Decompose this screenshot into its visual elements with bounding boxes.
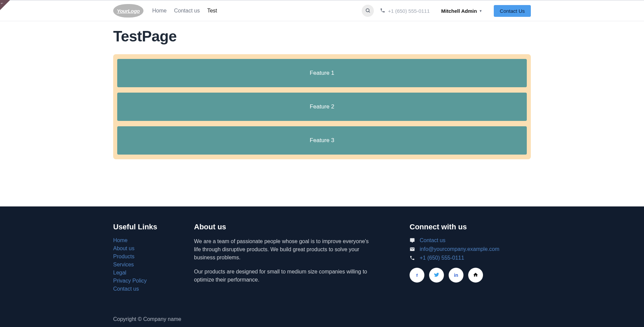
social-twitter[interactable] xyxy=(429,268,444,283)
nav-item-contact-us[interactable]: Contact us xyxy=(174,8,200,14)
footer: Useful Links Home About us Products Serv… xyxy=(0,206,644,327)
feature-row-1: Feature 1 xyxy=(117,59,527,87)
footer-link-products[interactable]: Products xyxy=(113,254,134,259)
connect-email-link[interactable]: info@yourcompany.example.com xyxy=(420,246,500,252)
header: YourLogo Home Contact us Test +1 (650) 5… xyxy=(0,1,644,21)
footer-connect: Connect with us Contact us info@yourcomp… xyxy=(410,223,531,292)
chat-icon xyxy=(410,238,415,243)
copyright: Copyright © Company name xyxy=(113,316,531,322)
linkedin-icon: in xyxy=(454,272,458,278)
svg-line-1 xyxy=(369,11,370,12)
phone-icon xyxy=(380,8,385,14)
user-menu[interactable]: Mitchell Admin ▼ xyxy=(439,8,484,14)
header-phone-text: +1 (650) 555-0111 xyxy=(388,8,430,14)
footer-link-about-us[interactable]: About us xyxy=(113,246,134,251)
logo-text: YourLogo xyxy=(117,8,140,14)
connect-phone-link[interactable]: +1 (650) 555-0111 xyxy=(420,255,464,261)
search-button[interactable] xyxy=(362,5,374,17)
header-phone[interactable]: +1 (650) 555-0111 xyxy=(380,8,430,14)
footer-useful-links: Useful Links Home About us Products Serv… xyxy=(113,223,181,292)
nav-item-home[interactable]: Home xyxy=(152,8,167,14)
social-linkedin[interactable]: in xyxy=(449,268,463,283)
logo[interactable]: YourLogo xyxy=(113,4,143,18)
user-name: Mitchell Admin xyxy=(441,8,477,14)
phone-icon xyxy=(410,255,415,261)
feature-block: Feature 1 Feature 2 Feature 3 xyxy=(113,54,531,159)
nav-item-test[interactable]: Test xyxy=(207,8,217,14)
website-editor-handle[interactable]: ⌐ xyxy=(0,0,10,10)
about-paragraph-1: We are a team of passionate people whose… xyxy=(194,237,369,262)
social-home[interactable] xyxy=(468,268,483,283)
connect-title: Connect with us xyxy=(410,223,531,231)
svg-point-0 xyxy=(366,8,369,11)
footer-link-services[interactable]: Services xyxy=(113,262,134,267)
footer-link-contact[interactable]: Contact us xyxy=(113,286,139,292)
search-icon xyxy=(365,8,371,14)
feature-row-3: Feature 3 xyxy=(117,126,527,155)
chevron-down-icon: ▼ xyxy=(479,9,482,13)
mail-icon xyxy=(410,247,415,252)
social-row: f in xyxy=(410,268,531,283)
twitter-icon xyxy=(434,272,439,279)
footer-link-legal[interactable]: Legal xyxy=(113,270,126,275)
useful-links-title: Useful Links xyxy=(113,223,181,231)
page-body: TestPage Feature 1 Feature 2 Feature 3 xyxy=(0,21,644,186)
social-facebook[interactable]: f xyxy=(410,268,424,283)
footer-link-privacy[interactable]: Privacy Policy xyxy=(113,278,147,284)
connect-contact-link[interactable]: Contact us xyxy=(420,237,445,243)
about-paragraph-2: Our products are designed for small to m… xyxy=(194,268,369,284)
footer-link-home[interactable]: Home xyxy=(113,237,128,243)
top-nav: Home Contact us Test xyxy=(152,8,217,14)
footer-about: About us We are a team of passionate peo… xyxy=(194,223,396,292)
facebook-icon: f xyxy=(416,273,418,278)
feature-row-2: Feature 2 xyxy=(117,93,527,121)
about-title: About us xyxy=(194,223,396,231)
page-title: TestPage xyxy=(113,28,531,45)
home-icon xyxy=(473,272,478,279)
contact-us-button[interactable]: Contact Us xyxy=(494,5,531,17)
